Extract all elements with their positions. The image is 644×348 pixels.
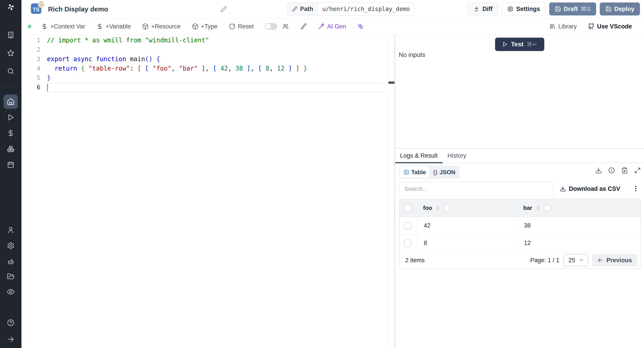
path-edit-button[interactable]: Path [288,3,318,15]
table-row[interactable]: 812 [400,235,640,252]
sidebar-item-schedules[interactable] [6,160,16,169]
reset-button[interactable]: Reset [229,23,254,30]
arrow-left-icon [598,257,603,263]
overview-ruler-mark[interactable] [388,82,394,84]
use-vscode-button[interactable]: Use VScode [588,23,632,30]
column-header-foo[interactable]: foo [417,205,517,211]
path-value: u/henri/rich_display_demo [318,3,414,15]
ai-gen-button[interactable]: AI Gen [318,23,346,30]
topbar: TS Rich Display demo Path u/henri/rich_d… [22,0,644,18]
code-line[interactable]: return { "table-row": [ [ "foo", "bar" ]… [46,64,384,73]
column-foo-checkbox[interactable] [444,205,450,211]
sidebar-item-audit[interactable] [6,287,16,297]
sidebar-item-users[interactable] [6,225,16,235]
package-icon [192,23,198,30]
boxes-icon [7,145,14,153]
diff-button[interactable]: Diff [468,3,498,16]
table-options-kebab-icon[interactable] [632,185,639,193]
line-number: 4 [22,64,46,73]
sidebar-divider [0,87,22,87]
expand-sidebar-arrow-icon[interactable] [6,334,16,344]
table-row[interactable]: 4238 [400,217,640,235]
download-csv-button[interactable]: Download as CSV [560,183,620,194]
sidebar-item-resources[interactable] [6,144,16,154]
view-table-segment[interactable]: Table [400,166,430,178]
sidebar-item-workers[interactable] [6,257,16,266]
sparkles-icon[interactable] [357,23,364,30]
add-context-var-button[interactable]: +Context Var [41,23,85,30]
format-brush-icon[interactable] [300,23,307,30]
row-checkbox[interactable] [404,222,412,230]
workspace-building-icon[interactable] [6,30,16,40]
gear-icon [507,6,514,12]
result-view-switcher: Table {} JSON [399,166,460,179]
favorites-star-icon[interactable] [6,48,16,58]
previous-page-button[interactable]: Previous [592,254,637,266]
code-line[interactable]: } [46,73,384,83]
collaborators-icon[interactable] [282,23,289,30]
test-shortcut: ⌘↵ [526,41,537,48]
sidebar-item-settings[interactable] [6,241,16,251]
deploy-button[interactable]: Deploy [600,3,640,16]
info-icon[interactable] [608,167,615,174]
path-control[interactable]: Path u/henri/rich_display_demo [287,3,414,16]
column-header-bar[interactable]: bar [517,205,640,211]
add-resource-button[interactable]: +Resource [142,23,180,30]
refresh-icon [229,23,236,30]
table-cell: 8 [417,235,517,252]
download-result-icon[interactable] [595,167,602,174]
code-content[interactable]: // import * as wmill from "windmill-clie… [46,36,384,92]
search-icon[interactable] [6,66,16,76]
add-type-button[interactable]: +Type [192,23,218,30]
tab-logs-and-result[interactable]: Logs & Result [395,149,442,162]
status-green-dot [28,25,31,28]
chevron-down-icon [579,258,584,263]
code-line[interactable] [46,45,384,54]
path-label: Path [300,6,313,13]
table-search-input[interactable] [399,182,554,196]
table-footer: 2 items Page: 1 / 1 25 Previous [400,252,640,268]
sidebar-item-runs[interactable] [6,112,16,122]
sort-bar-icon[interactable] [535,205,541,211]
view-json-segment[interactable]: {} JSON [430,166,459,178]
windmill-logo-icon[interactable] [6,2,16,12]
draft-button[interactable]: Draft ⌘S [549,3,596,16]
table-cell: 12 [517,235,640,252]
test-run-button[interactable]: Test ⌘↵ [495,38,544,51]
draft-shortcut: ⌘S [580,5,590,13]
row-checkbox[interactable] [404,239,412,247]
code-line[interactable] [46,83,384,92]
table-body: 4238812 [400,217,640,252]
users-icon [282,23,289,30]
help-icon[interactable] [6,318,16,328]
editor-scroll-decoration [388,35,388,348]
settings-button[interactable]: Settings [502,3,546,16]
editor-toolbar: +Context Var +Variable +Resource +Type R… [22,18,644,35]
page-size-select[interactable]: 25 [564,254,588,266]
edit-summary-pencil-icon[interactable] [220,6,227,13]
download-icon [560,186,566,192]
page-title: Rich Display demo [48,5,108,13]
page-info: Page: 1 / 1 [530,257,560,264]
results-section: Logs & Result History Table {} JSON [395,148,644,199]
code-editor[interactable]: 123456 // import * as wmill from "windmi… [22,35,394,348]
copy-to-clipboard-icon[interactable] [621,167,628,174]
column-bar-checkbox[interactable] [544,205,550,211]
sidebar-item-home[interactable] [4,94,18,109]
code-line[interactable]: export async function main() { [46,54,384,64]
gear-icon [7,242,14,249]
github-icon [588,23,594,30]
line-number: 6 [22,83,46,92]
add-variable-button[interactable]: +Variable [96,23,131,30]
sidebar-item-folders[interactable] [6,272,16,281]
sidebar-item-variables[interactable] [6,128,16,138]
diff-mode-toggle[interactable] [265,23,277,30]
tab-history[interactable]: History [442,149,471,162]
expand-fullscreen-icon[interactable] [634,167,641,174]
library-button[interactable]: Library [549,23,577,30]
sort-foo-icon[interactable] [435,205,440,211]
line-number: 2 [22,45,46,54]
select-all-checkbox[interactable] [404,204,412,212]
code-line[interactable]: // import * as wmill from "windmill-clie… [46,36,384,45]
table-cell: 38 [517,217,640,234]
